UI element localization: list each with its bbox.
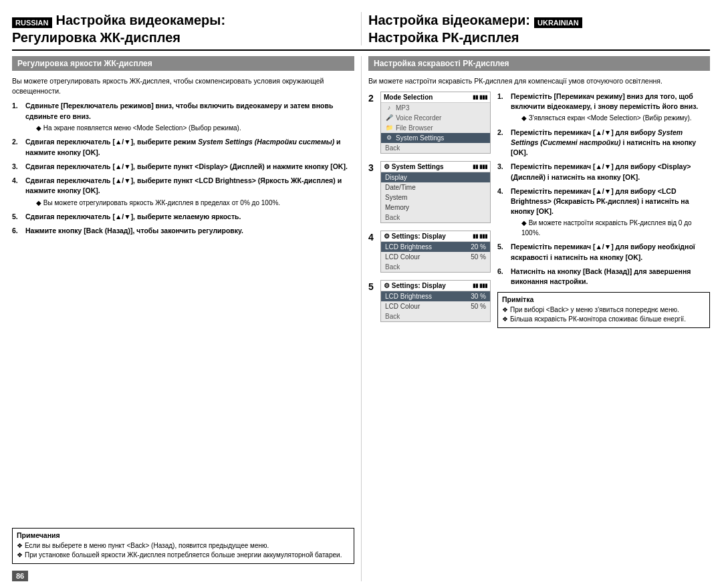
- right-step-1: 1. Перемістіть [Перемикач режиму] вниз д…: [497, 92, 710, 124]
- header-left: RUSSIANНастройка видеокамеры: Регулировк…: [12, 12, 361, 45]
- step-1-content: Сдвиньте [Переключатель режимов] вниз, ч…: [25, 101, 354, 133]
- screen-block-5: 5 ⚙ Settings: Display ▮▮ ▮▮▮ LCD Brightn: [368, 280, 492, 326]
- settings-datetime: Date/Time: [381, 182, 490, 192]
- settings-lcd-colour-value-4: 50 %: [471, 253, 486, 261]
- left-title-sub: Регулировка ЖК-дисплея: [12, 29, 354, 45]
- screen-step-num-4: 4: [368, 231, 380, 243]
- lcd-back-4: Back: [381, 262, 490, 272]
- lcd-icons-2: ▮▮ ▮▮▮: [473, 94, 487, 100]
- step-6-content: Нажмите кнопку [Back (Назад)], чтобы зак…: [25, 226, 354, 236]
- lcd-back-3: Back: [381, 212, 490, 223]
- settings-display-label: Display: [385, 174, 407, 181]
- right-title-main: Настройка відеокамери:: [368, 13, 530, 27]
- screen-block-3: 3 ⚙ System Settings ▮▮ ▮▮▮ Display: [368, 161, 492, 227]
- settings-lcd-colour-4: LCD Colour 50 %: [381, 252, 490, 262]
- settings-lcd-colour-label-5: LCD Colour: [385, 303, 420, 310]
- right-step-3-num: 3.: [497, 162, 508, 182]
- step-4-num: 4.: [12, 176, 23, 208]
- col-right: Настройка яскравості РК-дисплея Ви может…: [361, 56, 710, 581]
- signal-icon-3: ▮▮▮: [479, 164, 487, 170]
- header: RUSSIANНастройка видеокамеры: Регулировк…: [12, 12, 710, 51]
- page-number: 86: [12, 571, 28, 581]
- settings-lcd-brightness-value-4: 20 %: [471, 243, 486, 251]
- lcd-screen-5: ⚙ Settings: Display ▮▮ ▮▮▮ LCD Brightnes…: [380, 280, 491, 322]
- step-5-content: Сдвигая переключатель [▲/▼], выберите же…: [25, 212, 354, 222]
- signal-icon: ▮▮▮: [479, 94, 487, 100]
- right-step-5-content: Перемістіть перемикач [▲/▼] для вибору н…: [511, 242, 710, 262]
- lcd-header-5: ⚙ Settings: Display ▮▮ ▮▮▮: [381, 281, 490, 291]
- header-right: Настройка відеокамери:UKRAINIAN Настройк…: [361, 12, 710, 45]
- step-5: 5. Сдвигая переключатель [▲/▼], выберите…: [12, 212, 354, 222]
- page: RUSSIANНастройка видеокамеры: Регулировк…: [0, 0, 722, 588]
- right-step-1-num: 1.: [497, 92, 508, 124]
- lcd-header-4: ⚙ Settings: Display ▮▮ ▮▮▮: [381, 231, 490, 242]
- settings-datetime-label: Date/Time: [385, 184, 416, 191]
- step-2-num: 2.: [12, 137, 23, 157]
- step-4-sub: Вы можете отрегулировать яркость ЖК-дисп…: [36, 198, 354, 208]
- right-step-4-num: 4.: [497, 186, 508, 239]
- steps-col-right: 1. Перемістіть [Перемикач режиму] вниз д…: [492, 92, 710, 329]
- col-left: Регулировка яркости ЖК-дисплея Вы можете…: [12, 56, 361, 581]
- notes-box-right: Примітка При виборі <Back> у меню з'явит…: [497, 292, 710, 328]
- step-3-num: 3.: [12, 162, 23, 172]
- lcd-item-file: 📁 File Browser: [381, 123, 490, 133]
- settings-lcd-colour-label-4: LCD Colour: [385, 253, 420, 261]
- left-steps: 1. Сдвиньте [Переключатель режимов] вниз…: [12, 101, 354, 240]
- right-step-4-sub: Ви можете настроїти яскравість РК-диспле…: [521, 218, 710, 238]
- lcd-header-2: Mode Selection ▮▮ ▮▮▮: [381, 92, 490, 103]
- lcd-item-mp3: ♪ MP3: [381, 103, 490, 113]
- settings-system: System: [381, 192, 490, 202]
- lcd-item-system: ⚙ System Settings: [381, 133, 490, 143]
- right-step-4: 4. Перемістіть перемикач [▲/▼] для вибор…: [497, 186, 710, 239]
- step-1-sub: На экране появляется меню <Mode Selectio…: [36, 124, 354, 134]
- left-title-main: Настройка видеокамеры:: [56, 13, 226, 27]
- right-step-6-num: 6.: [497, 267, 508, 287]
- settings-lcd-colour-value-5: 50 %: [471, 303, 486, 310]
- screen-block-4: 4 ⚙ Settings: Display ▮▮ ▮▮▮ LCD Brightn: [368, 231, 492, 277]
- lcd-screen-4: ⚙ Settings: Display ▮▮ ▮▮▮ LCD Brightnes…: [380, 231, 491, 273]
- left-intro: Вы можете отрегулировать яркость ЖК-дисп…: [12, 76, 354, 96]
- lcd-label-voice: Voice Recorder: [396, 114, 441, 122]
- settings-memory: Memory: [381, 202, 490, 212]
- battery-icon-5: ▮▮: [473, 283, 478, 289]
- step-1-num: 1.: [12, 101, 23, 133]
- step-4: 4. Сдвигая переключатель [▲/▼], выберите…: [12, 176, 354, 208]
- notes-item-1: Если вы выберете в меню пункт <Back> (На…: [17, 542, 350, 549]
- screens-col: 2 Mode Selection ▮▮ ▮▮▮ ♪: [368, 92, 492, 329]
- right-step-2-content: Перемістіть перемикач [▲/▼] для вибору S…: [511, 128, 710, 158]
- lcd-icons-3: ▮▮ ▮▮▮: [473, 164, 487, 170]
- notes-title-right: Примітка: [502, 295, 705, 303]
- lcd-title-2: Mode Selection: [384, 94, 433, 101]
- lcd-icons-4: ▮▮ ▮▮▮: [473, 233, 487, 239]
- battery-icon-3: ▮▮: [473, 164, 478, 170]
- lcd-header-3: ⚙ System Settings ▮▮ ▮▮▮: [381, 162, 490, 172]
- settings-lcd-brightness-label-4: LCD Brightness: [385, 243, 432, 251]
- main-body: Регулировка яркости ЖК-дисплея Вы можете…: [12, 56, 710, 581]
- russian-badge: RUSSIAN: [12, 17, 52, 28]
- settings-icon: ⚙: [385, 134, 393, 141]
- screen-step-num-2: 2: [368, 92, 380, 104]
- notes-title-left: Примечания: [17, 531, 350, 539]
- right-step-5: 5. Перемістіть перемикач [▲/▼] для вибор…: [497, 242, 710, 262]
- right-step-4-content: Перемістіть перемикач [▲/▼] для вибору <…: [511, 186, 710, 239]
- right-step-6: 6. Натисніть на кнопку [Back (Назад)] дл…: [497, 267, 710, 287]
- ukrainian-badge: UKRAINIAN: [534, 17, 582, 28]
- right-step-2: 2. Перемістіть перемикач [▲/▼] для вибор…: [497, 128, 710, 158]
- signal-icon-4: ▮▮▮: [479, 233, 487, 239]
- step-6-num: 6.: [12, 226, 23, 236]
- right-step-5-num: 5.: [497, 242, 508, 262]
- settings-system-label: System: [385, 194, 407, 201]
- settings-lcd-brightness-4: LCD Brightness 20 %: [381, 242, 490, 252]
- step-3: 3. Сдвигая переключатель [▲/▼], выберите…: [12, 162, 354, 172]
- step-6: 6. Нажмите кнопку [Back (Назад)], чтобы …: [12, 226, 354, 236]
- step-5-num: 5.: [12, 212, 23, 222]
- right-step-3-content: Перемістіть перемикач [▲/▼] для вибору <…: [511, 162, 710, 182]
- right-step-3: 3. Перемістіть перемикач [▲/▼] для вибор…: [497, 162, 710, 182]
- right-intro: Ви можете настроїти яскравість РК-диспле…: [368, 76, 710, 86]
- right-step-2-num: 2.: [497, 128, 508, 158]
- left-section-title: Регулировка яркости ЖК-дисплея: [12, 56, 354, 71]
- settings-lcd-colour-5: LCD Colour 50 %: [381, 301, 490, 311]
- right-section-title: Настройка яскравості РК-дисплея: [368, 56, 710, 71]
- settings-lcd-brightness-value-5: 30 %: [471, 293, 486, 300]
- right-inner: 2 Mode Selection ▮▮ ▮▮▮ ♪: [368, 92, 710, 329]
